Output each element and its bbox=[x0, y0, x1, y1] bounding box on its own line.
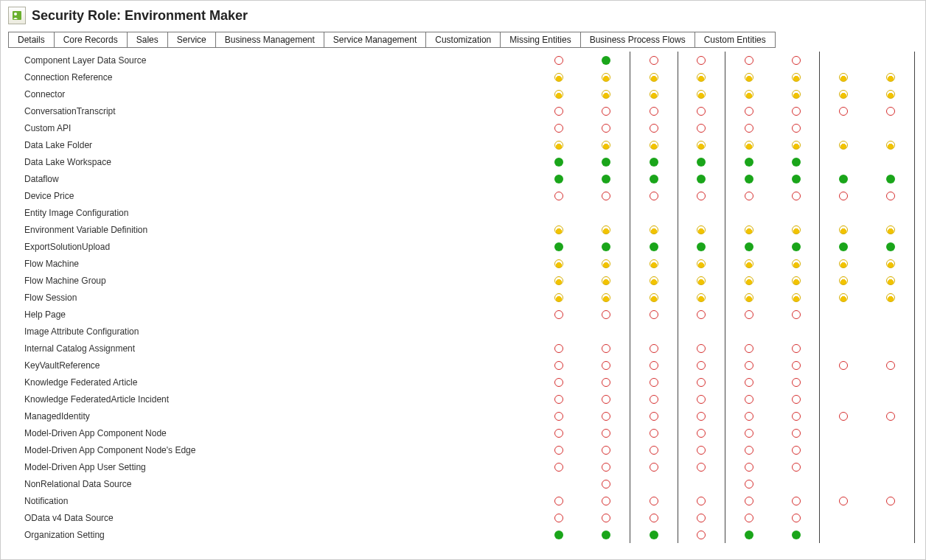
perm-none-icon[interactable] bbox=[792, 446, 801, 455]
perm-cell[interactable] bbox=[867, 272, 914, 289]
perm-user-icon[interactable] bbox=[839, 276, 848, 285]
perm-cell[interactable] bbox=[678, 458, 725, 475]
perm-cell[interactable] bbox=[867, 475, 914, 492]
perm-cell[interactable] bbox=[535, 391, 582, 407]
perm-none-icon[interactable] bbox=[650, 310, 658, 319]
perm-cell[interactable] bbox=[582, 136, 630, 153]
perm-cell[interactable] bbox=[867, 407, 914, 424]
perm-none-icon[interactable] bbox=[650, 124, 658, 133]
perm-none-icon[interactable] bbox=[792, 429, 801, 438]
perm-cell[interactable] bbox=[535, 374, 582, 391]
perm-none-icon[interactable] bbox=[792, 395, 801, 404]
perm-none-icon[interactable] bbox=[602, 429, 610, 438]
perm-cell[interactable] bbox=[820, 391, 867, 407]
perm-cell[interactable] bbox=[630, 119, 678, 136]
perm-full-icon[interactable] bbox=[697, 158, 706, 167]
perm-full-icon[interactable] bbox=[650, 242, 658, 251]
perm-full-icon[interactable] bbox=[554, 175, 563, 183]
perm-cell[interactable] bbox=[867, 69, 914, 85]
perm-none-icon[interactable] bbox=[697, 514, 706, 522]
perm-none-icon[interactable] bbox=[792, 514, 801, 522]
perm-full-icon[interactable] bbox=[745, 175, 753, 183]
perm-cell[interactable] bbox=[582, 526, 630, 543]
tab-sales[interactable]: Sales bbox=[127, 32, 168, 48]
perm-cell[interactable] bbox=[773, 136, 820, 153]
perm-user-icon[interactable] bbox=[886, 141, 895, 150]
perm-user-icon[interactable] bbox=[745, 141, 753, 150]
perm-none-icon[interactable] bbox=[602, 361, 610, 370]
perm-user-icon[interactable] bbox=[602, 90, 610, 99]
perm-cell[interactable] bbox=[630, 52, 678, 69]
perm-full-icon[interactable] bbox=[745, 531, 753, 539]
perm-cell[interactable] bbox=[535, 306, 582, 323]
perm-cell[interactable] bbox=[725, 255, 772, 272]
perm-none-icon[interactable] bbox=[602, 310, 610, 319]
perm-none-icon[interactable] bbox=[792, 344, 801, 353]
perm-user-icon[interactable] bbox=[886, 225, 895, 234]
perm-none-icon[interactable] bbox=[650, 361, 658, 370]
perm-cell[interactable] bbox=[725, 204, 772, 221]
perm-cell[interactable] bbox=[725, 458, 772, 475]
perm-cell[interactable] bbox=[582, 340, 630, 357]
perm-cell[interactable] bbox=[582, 492, 630, 509]
perm-cell[interactable] bbox=[773, 119, 820, 136]
perm-cell[interactable] bbox=[867, 526, 914, 543]
perm-user-icon[interactable] bbox=[697, 293, 706, 302]
perm-cell[interactable] bbox=[725, 85, 772, 102]
perm-user-icon[interactable] bbox=[697, 259, 706, 268]
perm-cell[interactable] bbox=[867, 238, 914, 255]
perm-cell[interactable] bbox=[725, 187, 772, 204]
perm-cell[interactable] bbox=[820, 458, 867, 475]
perm-cell[interactable] bbox=[678, 85, 725, 102]
perm-full-icon[interactable] bbox=[839, 175, 848, 183]
perm-cell[interactable] bbox=[820, 407, 867, 424]
perm-none-icon[interactable] bbox=[697, 395, 706, 404]
perm-cell[interactable] bbox=[867, 170, 914, 187]
perm-none-icon[interactable] bbox=[745, 107, 753, 116]
perm-none-icon[interactable] bbox=[697, 497, 706, 505]
perm-cell[interactable] bbox=[773, 424, 820, 441]
perm-cell[interactable] bbox=[725, 238, 772, 255]
perm-full-icon[interactable] bbox=[650, 531, 658, 539]
perm-cell[interactable] bbox=[582, 323, 630, 340]
perm-cell[interactable] bbox=[535, 357, 582, 374]
perm-none-icon[interactable] bbox=[554, 192, 563, 200]
perm-full-icon[interactable] bbox=[792, 158, 801, 167]
perm-none-icon[interactable] bbox=[792, 56, 801, 65]
perm-cell[interactable] bbox=[725, 357, 772, 374]
perm-none-icon[interactable] bbox=[554, 124, 563, 133]
perm-none-icon[interactable] bbox=[697, 344, 706, 353]
perm-cell[interactable] bbox=[535, 136, 582, 153]
perm-cell[interactable] bbox=[867, 424, 914, 441]
perm-none-icon[interactable] bbox=[554, 310, 563, 319]
perm-cell[interactable] bbox=[678, 69, 725, 85]
perm-cell[interactable] bbox=[725, 424, 772, 441]
perm-none-icon[interactable] bbox=[886, 412, 895, 421]
perm-user-icon[interactable] bbox=[602, 259, 610, 268]
tab-custom-entities[interactable]: Custom Entities bbox=[694, 32, 776, 48]
perm-none-icon[interactable] bbox=[792, 107, 801, 116]
perm-cell[interactable] bbox=[535, 119, 582, 136]
perm-none-icon[interactable] bbox=[554, 395, 563, 404]
perm-none-icon[interactable] bbox=[745, 344, 753, 353]
perm-cell[interactable] bbox=[725, 323, 772, 340]
perm-cell[interactable] bbox=[678, 136, 725, 153]
perm-cell[interactable] bbox=[820, 119, 867, 136]
tab-missing-entities[interactable]: Missing Entities bbox=[500, 32, 580, 48]
perm-cell[interactable] bbox=[535, 289, 582, 306]
perm-cell[interactable] bbox=[678, 119, 725, 136]
perm-cell[interactable] bbox=[867, 374, 914, 391]
perm-cell[interactable] bbox=[725, 170, 772, 187]
perm-user-icon[interactable] bbox=[554, 73, 563, 82]
perm-cell[interactable] bbox=[820, 52, 867, 69]
perm-full-icon[interactable] bbox=[602, 175, 610, 183]
perm-none-icon[interactable] bbox=[886, 497, 895, 505]
perm-none-icon[interactable] bbox=[602, 514, 610, 522]
perm-cell[interactable] bbox=[773, 153, 820, 170]
perm-none-icon[interactable] bbox=[792, 378, 801, 387]
perm-cell[interactable] bbox=[820, 238, 867, 255]
perm-none-icon[interactable] bbox=[697, 361, 706, 370]
perm-cell[interactable] bbox=[535, 85, 582, 102]
perm-cell[interactable] bbox=[582, 509, 630, 526]
perm-full-icon[interactable] bbox=[602, 56, 610, 65]
